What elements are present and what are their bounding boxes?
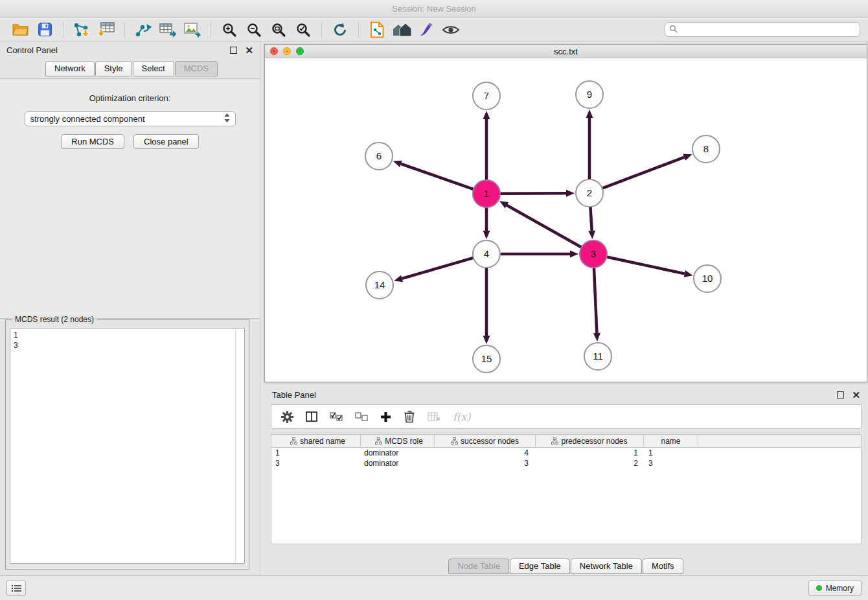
graph-edge-arrowhead — [393, 161, 402, 167]
tab-network-table[interactable]: Network Table — [571, 559, 642, 574]
apply-style-brush-icon[interactable] — [414, 20, 439, 40]
import-network-icon[interactable] — [69, 20, 94, 40]
graph-node-11[interactable]: 11 — [584, 343, 611, 370]
column-header-name[interactable]: name — [644, 435, 698, 447]
criterion-dropdown[interactable]: strongly connected component — [25, 111, 236, 126]
float-panel-icon[interactable] — [230, 47, 237, 54]
column-header-predecessor-nodes[interactable]: predecessor nodes — [536, 435, 644, 447]
mcds-panel: Optimization criterion: strongly connect… — [0, 78, 260, 319]
graph-node-3[interactable]: 3 — [580, 240, 607, 268]
export-image-icon[interactable] — [180, 20, 205, 40]
memory-button[interactable]: Memory — [808, 580, 862, 596]
refresh-view-icon[interactable] — [328, 20, 352, 40]
toolbar-search-field[interactable] — [665, 22, 860, 37]
network-graph-canvas[interactable]: 7968124314101511 — [265, 58, 867, 382]
tab-motifs[interactable]: Motifs — [643, 559, 683, 574]
graph-node-label: 4 — [484, 248, 489, 259]
tab-style[interactable]: Style — [95, 61, 132, 76]
close-panel-icon[interactable]: ✕ — [245, 45, 253, 55]
settings-gear-icon[interactable] — [281, 411, 293, 423]
table-cell: 1 — [644, 448, 698, 458]
column-header-successor-nodes[interactable]: successor nodes — [435, 435, 536, 447]
zoom-fit-icon[interactable] — [266, 20, 291, 40]
graph-node-14[interactable]: 14 — [366, 271, 393, 299]
table-panel-header: Table Panel ✕ — [264, 386, 868, 403]
column-header-mcds-role[interactable]: MCDS role — [361, 435, 435, 447]
graph-edge-3-11[interactable] — [594, 268, 597, 333]
close-panel-button[interactable]: Close panel — [133, 134, 199, 149]
network-window-title: scc.txt — [265, 47, 867, 56]
tab-select[interactable]: Select — [133, 61, 174, 76]
window-titlebar: Session: New Session — [0, 0, 868, 18]
graph-edge-2-3[interactable] — [590, 207, 591, 231]
delete-row-trash-icon[interactable] — [404, 410, 415, 423]
table-toolbar: f(x) — [271, 404, 862, 429]
graph-node-4[interactable]: 4 — [473, 240, 500, 268]
graph-node-1[interactable]: 1 — [473, 180, 500, 207]
task-history-list-icon[interactable] — [6, 580, 26, 596]
graph-edge-arrowhead — [566, 190, 575, 197]
maximize-window-icon[interactable]: + — [296, 47, 304, 55]
graph-node-label: 1 — [484, 188, 489, 199]
graph-edge-arrowhead — [483, 336, 490, 344]
graph-node-15[interactable]: 15 — [473, 345, 500, 373]
graph-edge-2-8[interactable] — [602, 157, 685, 189]
graph-node-label: 15 — [481, 353, 492, 364]
import-table-icon[interactable] — [94, 20, 119, 40]
tab-edge-table[interactable]: Edge Table — [510, 559, 570, 574]
graph-node-label: 3 — [591, 248, 596, 259]
show-columns-icon[interactable] — [306, 411, 317, 422]
mcds-result-item: 3 — [14, 340, 241, 351]
show-details-eye-icon[interactable] — [439, 20, 463, 40]
table-cell: 3 — [271, 458, 361, 468]
column-header-filler — [698, 435, 861, 447]
open-folder-icon[interactable] — [8, 20, 32, 40]
minimize-window-icon[interactable]: − — [283, 47, 291, 55]
memory-button-label: Memory — [826, 584, 854, 593]
home-icon[interactable] — [389, 20, 414, 40]
graph-node-8[interactable]: 8 — [692, 135, 720, 163]
column-header-shared-name[interactable]: shared name — [271, 435, 361, 447]
close-table-panel-icon[interactable]: ✕ — [852, 390, 860, 400]
graph-node-2[interactable]: 2 — [576, 179, 603, 207]
table-cell: dominator — [361, 458, 435, 468]
network-view-window: scc.txt × − + 7968124314101511 — [264, 44, 867, 382]
table-cell: 3 — [435, 458, 536, 468]
graph-node-label: 7 — [484, 90, 489, 101]
zoom-out-icon[interactable] — [242, 20, 266, 40]
table-cell-filler — [698, 448, 861, 458]
graph-node-10[interactable]: 10 — [694, 265, 721, 292]
graph-edge-3-10[interactable] — [607, 257, 685, 273]
graph-node-9[interactable]: 9 — [576, 81, 603, 108]
export-network-icon[interactable] — [131, 20, 155, 40]
deselect-all-columns-icon[interactable] — [355, 412, 368, 421]
add-row-icon[interactable] — [380, 411, 391, 422]
table-row[interactable]: 1dominator411 — [271, 448, 861, 458]
graph-edge-arrowhead — [586, 110, 593, 118]
close-window-icon[interactable]: × — [270, 47, 278, 55]
tab-network[interactable]: Network — [45, 61, 95, 76]
table-row[interactable]: 3dominator323 — [271, 458, 861, 468]
graph-edge-4-14[interactable] — [402, 258, 474, 279]
zoom-in-icon[interactable] — [217, 20, 242, 40]
tab-mcds[interactable]: MCDS — [175, 61, 218, 76]
graph-node-7[interactable]: 7 — [473, 82, 500, 110]
tab-node-table[interactable]: Node Table — [448, 559, 509, 574]
graph-edge-arrowhead — [593, 333, 600, 341]
zoom-selected-icon[interactable] — [291, 20, 315, 40]
graph-node-6[interactable]: 6 — [365, 143, 393, 170]
float-table-panel-icon[interactable] — [837, 391, 844, 398]
graph-edge-1-6[interactable] — [401, 164, 474, 189]
import-document-icon[interactable] — [365, 20, 389, 40]
mcds-result-list[interactable]: 13 — [10, 328, 245, 564]
select-all-columns-icon[interactable] — [330, 412, 343, 421]
graph-edge-3-1[interactable] — [507, 205, 581, 248]
table-panel: Table Panel ✕ — [264, 386, 868, 575]
run-mcds-button[interactable]: Run MCDS — [61, 134, 124, 149]
table-cell: 3 — [644, 458, 698, 468]
search-input[interactable] — [680, 24, 856, 35]
graph-edge-1-2[interactable] — [500, 193, 566, 194]
save-session-icon[interactable] — [32, 20, 57, 40]
export-table-icon[interactable] — [155, 20, 180, 40]
toolbar-separator — [211, 22, 211, 38]
